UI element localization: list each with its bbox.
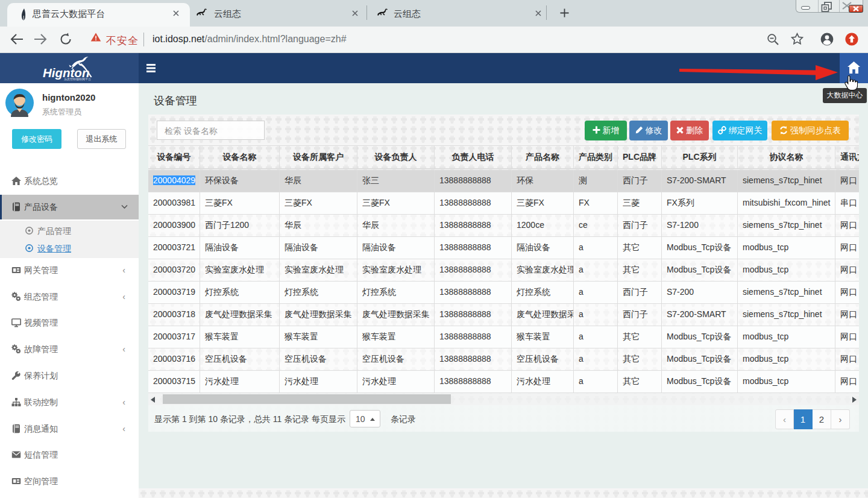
svg-text:乐虎智联物联网平台: 乐虎智联物联网平台 xyxy=(64,77,91,81)
